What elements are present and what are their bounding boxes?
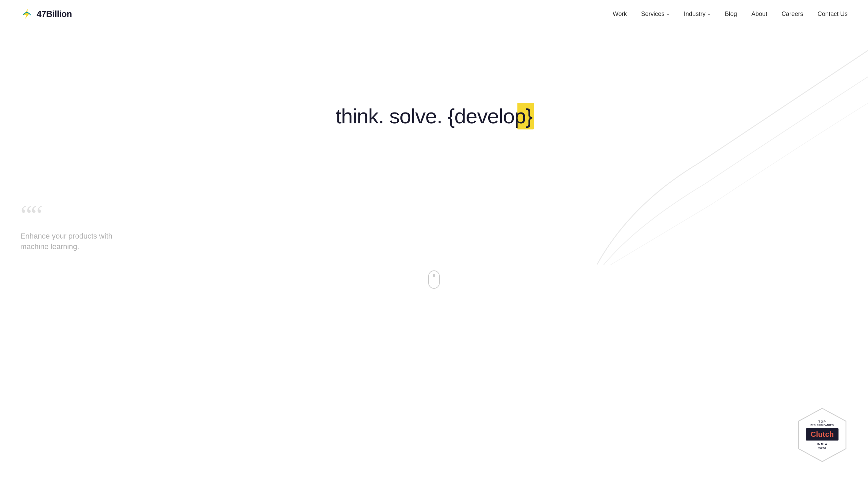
tagline-highlight-wrapper: } xyxy=(526,104,532,128)
badge-content: TOP B2B COMPANIES Clutch INDIA 2020 xyxy=(806,420,839,450)
nav-work[interactable]: Work xyxy=(613,11,627,18)
badge-top-label: TOP xyxy=(818,420,826,423)
main-nav: Work Services ⌄ Industry ⌄ Blog About Ca… xyxy=(613,11,848,18)
nav-careers[interactable]: Careers xyxy=(782,11,803,18)
badge-clutch-text-h: ch xyxy=(825,430,834,438)
badge-country-label: INDIA xyxy=(817,443,828,446)
nav-about[interactable]: About xyxy=(751,11,767,18)
quote-text: Enhance your products with machine learn… xyxy=(20,231,129,252)
nav-contact[interactable]: Contact Us xyxy=(817,11,848,18)
badge-clutch-logo: Clutch xyxy=(806,428,839,441)
site-header: 47Billion Work Services ⌄ Industry ⌄ Blo… xyxy=(0,0,868,28)
badge-clutch-text-c: Clut xyxy=(811,430,825,438)
svg-marker-0 xyxy=(24,9,30,19)
logo[interactable]: 47Billion xyxy=(20,7,72,20)
nav-services[interactable]: Services ⌄ xyxy=(641,11,670,18)
nav-industry[interactable]: Industry ⌄ xyxy=(684,11,711,18)
tagline-static: think. solve. {develop xyxy=(336,104,526,128)
badge-b2b-label: B2B COMPANIES xyxy=(810,424,834,426)
clutch-badge[interactable]: TOP B2B COMPANIES Clutch INDIA 2020 xyxy=(797,407,848,463)
badge-year-label: 2020 xyxy=(818,447,826,450)
logo-text: 47Billion xyxy=(37,9,72,19)
mouse-dot xyxy=(433,274,435,277)
industry-chevron-icon: ⌄ xyxy=(707,12,711,16)
mouse-icon xyxy=(428,270,440,289)
nav-blog[interactable]: Blog xyxy=(725,11,737,18)
hexagon-badge-container: TOP B2B COMPANIES Clutch INDIA 2020 xyxy=(797,407,848,463)
lower-section: ““ Enhance your products with machine le… xyxy=(0,197,868,299)
quote-block: ““ Enhance your products with machine le… xyxy=(20,204,129,252)
scroll-indicator xyxy=(428,270,440,289)
hero-tagline: think. solve. {develop } xyxy=(336,104,532,128)
quote-marks-icon: ““ xyxy=(20,204,129,226)
services-chevron-icon: ⌄ xyxy=(666,12,670,16)
tagline-closing-brace: } xyxy=(526,104,532,128)
logo-icon xyxy=(20,7,33,20)
hero-section: think. solve. {develop } xyxy=(0,28,868,197)
